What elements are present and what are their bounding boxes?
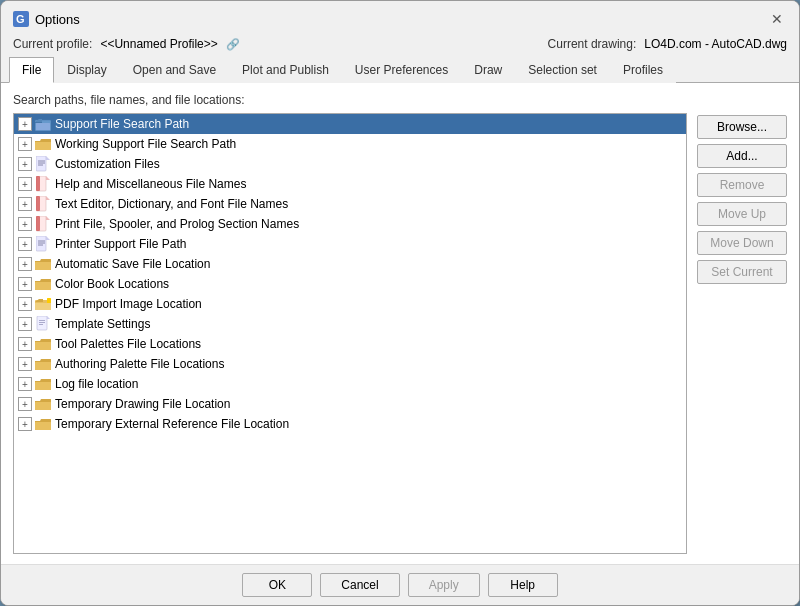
content-area: Search paths, file names, and file locat…	[1, 83, 799, 564]
tab-plot-publish[interactable]: Plot and Publish	[229, 57, 342, 83]
item-label-13: Authoring Palette File Locations	[55, 357, 224, 371]
expand-button-5[interactable]: +	[18, 197, 32, 211]
item-icon-12	[35, 336, 51, 352]
svg-rect-48	[35, 402, 51, 410]
move-down-button[interactable]: Move Down	[697, 231, 787, 255]
svg-rect-16	[36, 176, 40, 191]
svg-rect-4	[35, 122, 42, 123]
file-locations-tree[interactable]: +Support File Search Path+Working Suppor…	[13, 113, 687, 554]
expand-button-9[interactable]: +	[18, 277, 32, 291]
window-title: Options	[35, 12, 80, 27]
move-up-button[interactable]: Move Up	[697, 202, 787, 226]
expand-button-13[interactable]: +	[18, 357, 32, 371]
svg-rect-40	[39, 324, 43, 325]
apply-button[interactable]: Apply	[408, 573, 480, 597]
tree-item-10[interactable]: +PDF Import Image Location	[14, 294, 686, 314]
current-profile-label: Current profile:	[13, 37, 92, 51]
tree-item-8[interactable]: +Automatic Save File Location	[14, 254, 686, 274]
expand-button-16[interactable]: +	[18, 417, 32, 431]
svg-rect-38	[39, 320, 45, 321]
svg-rect-8	[35, 142, 51, 150]
expand-button-15[interactable]: +	[18, 397, 32, 411]
svg-marker-37	[47, 316, 50, 319]
expand-button-4[interactable]: +	[18, 177, 32, 191]
item-icon-7	[35, 236, 51, 252]
tree-item-9[interactable]: +Color Book Locations	[14, 274, 686, 294]
svg-marker-21	[46, 216, 50, 220]
item-label-6: Print File, Spooler, and Prolog Section …	[55, 217, 299, 231]
svg-rect-19	[36, 196, 40, 211]
item-icon-8	[35, 256, 51, 272]
expand-button-6[interactable]: +	[18, 217, 32, 231]
add-button[interactable]: Add...	[697, 144, 787, 168]
tree-item-16[interactable]: +Temporary External Reference File Locat…	[14, 414, 686, 434]
svg-marker-18	[46, 196, 50, 200]
expand-button-10[interactable]: +	[18, 297, 32, 311]
item-label-3: Customization Files	[55, 157, 160, 171]
item-icon-10	[35, 296, 51, 312]
current-drawing-label: Current drawing:	[548, 37, 637, 51]
tree-item-6[interactable]: +Print File, Spooler, and Prolog Section…	[14, 214, 686, 234]
tab-selection-set[interactable]: Selection set	[515, 57, 610, 83]
tab-profiles[interactable]: Profiles	[610, 57, 676, 83]
expand-button-7[interactable]: +	[18, 237, 32, 251]
item-icon-14	[35, 376, 51, 392]
item-icon-13	[35, 356, 51, 372]
item-label-4: Help and Miscellaneous File Names	[55, 177, 246, 191]
item-label-15: Temporary Drawing File Location	[55, 397, 230, 411]
tree-item-1[interactable]: +Support File Search Path	[14, 114, 686, 134]
svg-rect-42	[35, 342, 51, 350]
svg-rect-6	[36, 123, 50, 130]
svg-rect-50	[35, 422, 51, 430]
tree-item-4[interactable]: +Help and Miscellaneous File Names	[14, 174, 686, 194]
item-label-14: Log file location	[55, 377, 138, 391]
help-button[interactable]: Help	[488, 573, 558, 597]
title-bar-left: G Options	[13, 11, 80, 27]
tab-file[interactable]: File	[9, 57, 54, 83]
svg-rect-44	[35, 362, 51, 370]
item-label-5: Text Editor, Dictionary, and Font File N…	[55, 197, 288, 211]
set-current-button[interactable]: Set Current	[697, 260, 787, 284]
tab-display[interactable]: Display	[54, 57, 119, 83]
tabs-bar: File Display Open and Save Plot and Publ…	[1, 57, 799, 83]
expand-button-11[interactable]: +	[18, 317, 32, 331]
item-icon-9	[35, 276, 51, 292]
item-icon-6	[35, 216, 51, 232]
tree-item-14[interactable]: +Log file location	[14, 374, 686, 394]
cancel-button[interactable]: Cancel	[320, 573, 399, 597]
browse-button[interactable]: Browse...	[697, 115, 787, 139]
tree-item-2[interactable]: +Working Support File Search Path	[14, 134, 686, 154]
item-label-12: Tool Palettes File Locations	[55, 337, 201, 351]
svg-marker-24	[46, 236, 50, 240]
tab-draw[interactable]: Draw	[461, 57, 515, 83]
tree-item-13[interactable]: +Authoring Palette File Locations	[14, 354, 686, 374]
expand-button-12[interactable]: +	[18, 337, 32, 351]
close-button[interactable]: ✕	[767, 9, 787, 29]
item-label-9: Color Book Locations	[55, 277, 169, 291]
expand-button-1[interactable]: +	[18, 117, 32, 131]
item-icon-15	[35, 396, 51, 412]
item-label-11: Template Settings	[55, 317, 150, 331]
expand-button-3[interactable]: +	[18, 157, 32, 171]
remove-button[interactable]: Remove	[697, 173, 787, 197]
tree-item-5[interactable]: +Text Editor, Dictionary, and Font File …	[14, 194, 686, 214]
ok-button[interactable]: OK	[242, 573, 312, 597]
item-icon-1	[35, 116, 51, 132]
tree-item-11[interactable]: +Template Settings	[14, 314, 686, 334]
app-icon: G	[13, 11, 29, 27]
tree-item-12[interactable]: +Tool Palettes File Locations	[14, 334, 686, 354]
tree-item-7[interactable]: +Printer Support File Path	[14, 234, 686, 254]
tab-open-save[interactable]: Open and Save	[120, 57, 229, 83]
expand-button-2[interactable]: +	[18, 137, 32, 151]
tab-user-prefs[interactable]: User Preferences	[342, 57, 461, 83]
expand-button-8[interactable]: +	[18, 257, 32, 271]
current-profile-value: <<Unnamed Profile>>	[100, 37, 217, 51]
item-label-10: PDF Import Image Location	[55, 297, 202, 311]
item-label-1: Support File Search Path	[55, 117, 189, 131]
expand-button-14[interactable]: +	[18, 377, 32, 391]
svg-rect-35	[47, 298, 51, 303]
item-icon-2	[35, 136, 51, 152]
tree-item-15[interactable]: +Temporary Drawing File Location	[14, 394, 686, 414]
svg-rect-29	[35, 262, 51, 270]
tree-item-3[interactable]: +Customization Files	[14, 154, 686, 174]
